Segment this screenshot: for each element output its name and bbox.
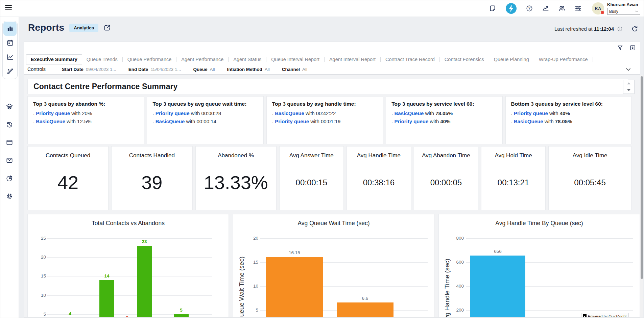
chevron-down-icon <box>635 10 638 13</box>
tab-wrap-up-performance[interactable]: Wrap-Up Performance <box>534 55 592 64</box>
settings-sliders-icon[interactable] <box>574 5 582 12</box>
bullet: . <box>511 110 514 116</box>
info-icon[interactable] <box>617 26 623 32</box>
tab-queue-performance[interactable]: Queue Performance <box>123 55 176 64</box>
kpi-cards-row: Contacts Queued42Contacts Handled39Aband… <box>27 146 631 210</box>
control-queue[interactable]: QueueAll <box>193 67 215 72</box>
insight-value: 40% <box>440 118 450 124</box>
kpi-card-avg-hold-time: Avg Hold Time00:13:21 <box>481 146 546 210</box>
flash-icon[interactable] <box>505 3 517 14</box>
top-bar: ? KA Khurram Awan Busy <box>0 0 644 17</box>
help-icon[interactable]: ? <box>526 5 533 12</box>
queue-link[interactable]: BasicQueue <box>156 118 185 124</box>
quicksight-badge[interactable]: Powered by QuickSight <box>581 313 629 317</box>
bullet: . <box>511 118 514 124</box>
control-channel[interactable]: ChannelAll <box>282 67 307 72</box>
export-icon[interactable] <box>629 45 636 51</box>
kpi-title: Contacts Queued <box>46 152 90 159</box>
kpi-value: 00:05:45 <box>574 178 605 187</box>
tab-separator <box>266 57 266 62</box>
control-start-date[interactable]: Start Date09/04/2023 1... <box>62 67 116 72</box>
notes-icon[interactable] <box>489 5 497 12</box>
page-header: Reports Analytics <box>28 22 111 33</box>
sidebar-item-pie-chart[interactable] <box>3 171 16 185</box>
bullet: . <box>391 110 394 116</box>
scrollbar-thumb[interactable] <box>641 76 643 279</box>
control-value: 09/04/2023 1... <box>86 67 116 72</box>
insight-value: 00:00:14 <box>196 118 216 124</box>
hamburger-menu-icon[interactable] <box>5 5 12 10</box>
tab-agent-performance[interactable]: Agent Performance <box>177 55 228 64</box>
vertical-scrollbar <box>640 75 643 317</box>
window-icon <box>6 139 13 146</box>
tab-separator <box>380 57 381 62</box>
agents-icon[interactable] <box>558 5 566 12</box>
insight-line: . Priority queue with 40% <box>391 117 497 126</box>
sidebar-item-bar-chart[interactable] <box>3 22 17 36</box>
refresh-area: Last refreshed at 11:12:04 <box>554 25 638 32</box>
sidebar-item-gear[interactable] <box>3 189 16 203</box>
filter-icon[interactable] <box>617 45 623 51</box>
topbar-icon-group: ? <box>489 3 582 14</box>
control-end-date[interactable]: End Date15/04/2023 1... <box>128 67 181 72</box>
tab-separator <box>122 57 123 62</box>
queue-link[interactable]: Priority queue <box>275 118 309 124</box>
sidebar-item-mail[interactable] <box>3 153 16 167</box>
queue-link[interactable]: Priority queue <box>514 110 548 116</box>
insight-line: . Priority queue with 20% <box>33 109 138 117</box>
sidebar-item-history[interactable] <box>3 117 16 132</box>
queue-link[interactable]: BasicQueue <box>275 110 304 116</box>
insight-line: . Priority queue with 40% <box>511 109 626 117</box>
tab-agent-interval-report[interactable]: Agent Interval Report <box>325 55 380 64</box>
tab-queue-planning[interactable]: Queue Planning <box>490 55 533 64</box>
spinner-up-button[interactable] <box>623 80 634 87</box>
tab-contact-forensics[interactable]: Contact Forensics <box>440 55 488 64</box>
queue-link[interactable]: Priority queue <box>395 118 429 124</box>
bar-data-label: 3 <box>113 315 141 317</box>
control-intiation-method[interactable]: Intiation MethodAll <box>227 67 269 72</box>
control-value: All <box>302 67 307 72</box>
control-value: 15/04/2023 1... <box>150 67 181 72</box>
refresh-icon[interactable] <box>631 25 638 32</box>
queue-link[interactable]: Priority queue <box>36 110 70 116</box>
queue-link[interactable]: BasicQueue <box>395 110 424 116</box>
trends-icon[interactable] <box>542 5 549 12</box>
insight-line: . BasicQueue with 12.5% <box>33 117 138 126</box>
calendar-icon <box>6 39 14 47</box>
sidebar-item-window[interactable] <box>3 135 16 150</box>
tab-separator <box>593 57 593 62</box>
summary-heading-tile: Contact Centre Performance Summary <box>27 79 628 94</box>
controls-collapse-chevron-icon[interactable] <box>625 66 631 73</box>
kpi-title: Abandoned % <box>218 152 254 159</box>
chart-y-axis-label: Avg Handle Time (sec) <box>444 259 451 317</box>
tab-executive-summary[interactable]: Executive Summary <box>26 54 82 64</box>
bar-avg-queue-wait-time-1 <box>337 302 393 317</box>
kpi-value: 00:13:21 <box>498 178 529 187</box>
external-link-icon[interactable] <box>103 24 111 31</box>
sidebar-item-calendar[interactable] <box>3 36 17 50</box>
queue-link[interactable]: BasicQueue <box>36 118 65 124</box>
tab-agent-status[interactable]: Agent Status <box>229 55 266 64</box>
mid-text: with <box>424 110 435 116</box>
user-block: KA Khurram Awan Busy <box>592 2 640 15</box>
tab-queue-trends[interactable]: Queue Trends <box>82 55 122 64</box>
tab-queue-interval-report[interactable]: Queue Interval Report <box>267 55 324 64</box>
avatar[interactable]: KA <box>592 2 604 15</box>
tab-contract-trace-record[interactable]: Contract Trace Record <box>381 55 439 64</box>
sidebar-item-layers[interactable] <box>3 100 16 114</box>
kpi-card-contacts-handled: Contacts Handled39 <box>111 146 192 210</box>
sidebar-item-design-brush[interactable] <box>3 64 17 78</box>
y-tick-label: 200 <box>450 308 464 313</box>
queue-link[interactable]: BasicQueue <box>514 118 543 124</box>
queue-link[interactable]: Priority queue <box>156 110 190 116</box>
insight-value: 78.05% <box>555 118 572 124</box>
report-tabs: Executive SummaryQueue TrendsQueue Perfo… <box>26 54 616 64</box>
tab-separator <box>324 57 325 62</box>
spinner-down-button[interactable] <box>623 87 634 94</box>
kpi-card-abandoned: Abandoned %13.33% <box>195 146 277 210</box>
mid-text: with <box>65 118 77 124</box>
sidebar-item-line-chart[interactable] <box>3 50 17 64</box>
y-tick-label: 20 <box>245 236 258 241</box>
status-select[interactable]: Busy <box>607 8 640 15</box>
analytics-badge: Analytics <box>69 24 98 32</box>
